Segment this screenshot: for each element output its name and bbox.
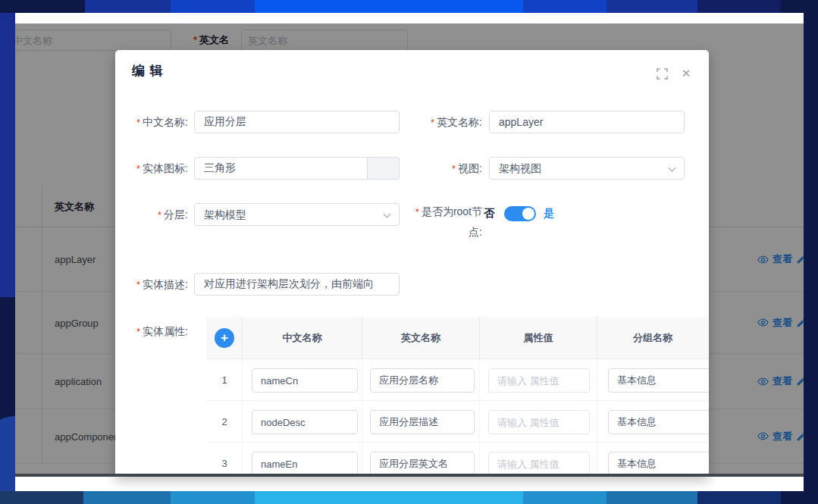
attr-cn-input[interactable] — [252, 368, 358, 393]
edit-dialog: 编 辑 ✕ *中文名称: *英文名称: *实体图标: *视图 — [115, 50, 709, 477]
view-select-value: 架构视图 — [499, 162, 541, 174]
row-index: 1 — [206, 359, 243, 401]
attr-value-input[interactable] — [488, 410, 590, 434]
index-cell: 2 — [206, 401, 243, 443]
frame-segment — [697, 491, 781, 504]
frame-segment — [523, 0, 606, 13]
attr-en-input[interactable] — [370, 452, 475, 476]
frame-segment — [0, 491, 83, 504]
icon-picker-addon[interactable] — [367, 157, 400, 180]
toggle-knob — [522, 208, 534, 220]
frame-segment — [606, 491, 697, 504]
attribute-row: 3 — [206, 443, 708, 477]
screen: *英文名 英文名称 appLayer 查看 appGroup 查看 appli — [0, 0, 818, 504]
attr-value-input[interactable] — [488, 368, 590, 393]
row-index: 3 — [206, 443, 243, 477]
frame-top-strip — [0, 0, 818, 13]
header-cn-name: 中文名称 — [243, 317, 362, 359]
is-root-toggle[interactable] — [504, 206, 536, 221]
entity-icon-label: *实体图标: — [121, 157, 188, 180]
add-attribute-button[interactable]: + — [215, 328, 234, 348]
frame-segment — [255, 491, 523, 504]
entity-desc-input[interactable] — [194, 273, 400, 296]
frame-left-bar — [0, 13, 15, 297]
header-attr-value: 属性值 — [480, 317, 597, 359]
toggle-off-text: 否 — [484, 207, 494, 221]
required-asterisk: * — [158, 209, 161, 221]
index-cell: 3 — [206, 443, 243, 477]
header-en-name: 英文名称 — [362, 317, 480, 359]
fullscreen-button[interactable] — [655, 67, 669, 80]
attributes-table-header: + 中文名称 英文名称 属性值 分组名称 — [206, 317, 708, 359]
required-asterisk: * — [136, 163, 140, 174]
entity-attrs-label: *实体属性: — [121, 320, 188, 343]
frame-segment — [606, 0, 697, 13]
frame-segment — [85, 0, 171, 13]
frame-bottom-strip — [0, 491, 818, 504]
required-asterisk: * — [431, 117, 434, 128]
required-asterisk: * — [452, 163, 456, 174]
cn-name-input[interactable] — [194, 111, 400, 133]
attr-en-input[interactable] — [370, 368, 475, 393]
chevron-down-icon — [669, 164, 676, 172]
view-label: *视图: — [405, 157, 482, 180]
attr-group-input[interactable] — [608, 410, 709, 434]
attr-en-input[interactable] — [370, 410, 475, 434]
frame-segment — [171, 491, 255, 504]
chevron-down-icon — [384, 211, 391, 218]
attributes-table: + 中文名称 英文名称 属性值 分组名称 1 — [206, 317, 708, 477]
attr-group-input[interactable] — [608, 368, 709, 393]
header-group-name: 分组名称 — [597, 317, 708, 359]
close-button[interactable]: ✕ — [679, 67, 693, 80]
view-select[interactable]: 架构视图 — [489, 157, 685, 180]
attr-cn-input[interactable] — [252, 452, 358, 476]
attr-cn-input[interactable] — [252, 410, 358, 434]
add-column-header: + — [206, 317, 243, 359]
row-index: 2 — [206, 401, 243, 443]
en-name-input[interactable] — [489, 111, 685, 133]
index-cell: 1 — [206, 359, 243, 401]
close-icon: ✕ — [682, 67, 691, 80]
frame-segment — [83, 491, 171, 504]
cn-name-label: *中文名称: — [121, 111, 188, 134]
required-asterisk: * — [136, 279, 140, 290]
toggle-on-text: 是 — [544, 207, 554, 221]
required-asterisk: * — [136, 117, 140, 128]
required-asterisk: * — [136, 326, 140, 337]
frame-segment — [255, 0, 523, 13]
entity-desc-label: *实体描述: — [121, 273, 188, 296]
attr-value-input[interactable] — [488, 452, 590, 476]
required-asterisk: * — [415, 206, 419, 218]
app-page: *英文名 英文名称 appLayer 查看 appGroup 查看 appli — [15, 13, 804, 491]
attr-group-input[interactable] — [608, 452, 709, 476]
fullscreen-icon — [657, 68, 668, 80]
dialog-title: 编 辑 — [132, 62, 164, 80]
attribute-row: 1 — [206, 359, 708, 401]
layer-select-value: 架构模型 — [204, 208, 246, 221]
layer-label: *分层: — [121, 203, 188, 227]
frame-segment — [171, 0, 255, 13]
en-name-label: *英文名称: — [405, 111, 482, 134]
is-root-label: *是否为root节点: — [405, 202, 482, 242]
frame-segment — [523, 491, 606, 504]
layer-select[interactable]: 架构模型 — [194, 203, 400, 226]
attribute-row: 2 — [206, 401, 708, 443]
frame-segment — [697, 0, 781, 13]
viewport-bottom-divider — [15, 474, 804, 477]
